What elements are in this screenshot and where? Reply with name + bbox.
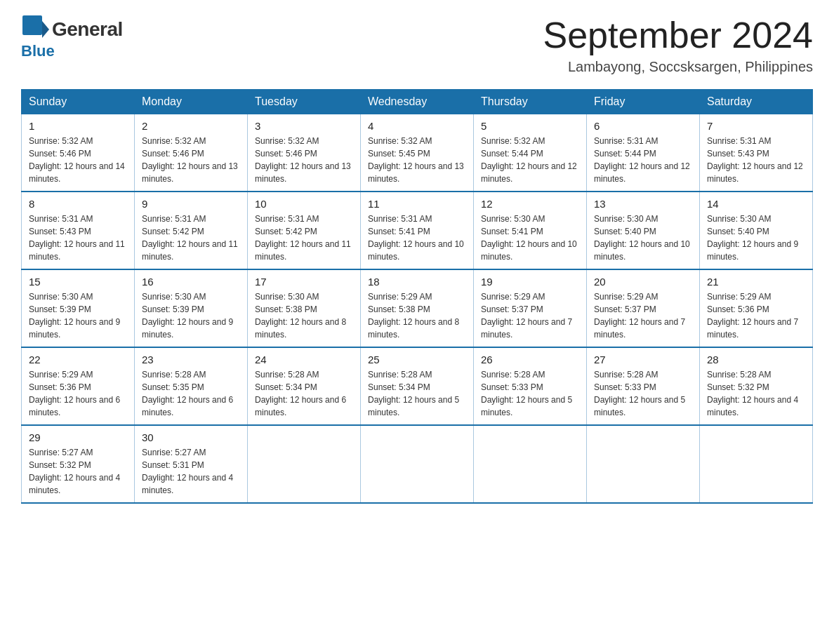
day-info: Sunrise: 5:31 AMSunset: 5:42 PMDaylight:… bbox=[255, 213, 353, 263]
table-row bbox=[361, 425, 474, 503]
logo-general-text: General bbox=[52, 18, 123, 41]
day-info: Sunrise: 5:30 AMSunset: 5:39 PMDaylight:… bbox=[29, 290, 127, 341]
day-number: 13 bbox=[594, 198, 692, 210]
col-sunday: Sunday bbox=[22, 90, 135, 114]
day-number: 23 bbox=[142, 354, 240, 365]
table-row: 10 Sunrise: 5:31 AMSunset: 5:42 PMDaylig… bbox=[248, 192, 361, 269]
day-info: Sunrise: 5:31 AMSunset: 5:43 PMDaylight:… bbox=[29, 213, 127, 263]
table-row: 28 Sunrise: 5:28 AMSunset: 5:32 PMDaylig… bbox=[700, 347, 813, 425]
day-number: 1 bbox=[29, 120, 127, 132]
day-info: Sunrise: 5:32 AMSunset: 5:46 PMDaylight:… bbox=[29, 135, 127, 185]
calendar-week-row: 1 Sunrise: 5:32 AMSunset: 5:46 PMDayligh… bbox=[22, 114, 813, 192]
day-number: 24 bbox=[255, 354, 353, 365]
title-area: September 2024 Lambayong, Soccsksargen, … bbox=[543, 14, 814, 75]
day-number: 9 bbox=[142, 198, 240, 210]
table-row: 29 Sunrise: 5:27 AMSunset: 5:32 PMDaylig… bbox=[22, 425, 135, 503]
calendar-week-row: 8 Sunrise: 5:31 AMSunset: 5:43 PMDayligh… bbox=[22, 192, 813, 269]
day-number: 27 bbox=[594, 354, 692, 365]
table-row: 14 Sunrise: 5:30 AMSunset: 5:40 PMDaylig… bbox=[700, 192, 813, 269]
day-number: 28 bbox=[707, 354, 805, 365]
table-row: 8 Sunrise: 5:31 AMSunset: 5:43 PMDayligh… bbox=[22, 192, 135, 269]
day-info: Sunrise: 5:32 AMSunset: 5:44 PMDaylight:… bbox=[481, 135, 579, 185]
table-row: 20 Sunrise: 5:29 AMSunset: 5:37 PMDaylig… bbox=[587, 269, 700, 347]
svg-marker-1 bbox=[42, 21, 49, 38]
day-info: Sunrise: 5:29 AMSunset: 5:38 PMDaylight:… bbox=[368, 290, 466, 341]
calendar-week-row: 22 Sunrise: 5:29 AMSunset: 5:36 PMDaylig… bbox=[22, 347, 813, 425]
day-info: Sunrise: 5:28 AMSunset: 5:34 PMDaylight:… bbox=[368, 368, 466, 419]
table-row: 19 Sunrise: 5:29 AMSunset: 5:37 PMDaylig… bbox=[474, 269, 587, 347]
day-info: Sunrise: 5:30 AMSunset: 5:40 PMDaylight:… bbox=[594, 213, 692, 263]
table-row: 25 Sunrise: 5:28 AMSunset: 5:34 PMDaylig… bbox=[361, 347, 474, 425]
day-info: Sunrise: 5:28 AMSunset: 5:32 PMDaylight:… bbox=[707, 368, 805, 419]
day-info: Sunrise: 5:28 AMSunset: 5:34 PMDaylight:… bbox=[255, 368, 353, 419]
day-number: 14 bbox=[707, 198, 805, 210]
col-monday: Monday bbox=[135, 90, 248, 114]
day-number: 11 bbox=[368, 198, 466, 210]
col-thursday: Thursday bbox=[474, 90, 587, 114]
logo-icon bbox=[21, 14, 49, 45]
table-row: 9 Sunrise: 5:31 AMSunset: 5:42 PMDayligh… bbox=[135, 192, 248, 269]
day-info: Sunrise: 5:32 AMSunset: 5:46 PMDaylight:… bbox=[142, 135, 240, 185]
day-info: Sunrise: 5:28 AMSunset: 5:33 PMDaylight:… bbox=[594, 368, 692, 419]
day-number: 6 bbox=[594, 120, 692, 132]
day-info: Sunrise: 5:27 AMSunset: 5:32 PMDaylight:… bbox=[29, 446, 127, 497]
table-row: 23 Sunrise: 5:28 AMSunset: 5:35 PMDaylig… bbox=[135, 347, 248, 425]
day-number: 29 bbox=[29, 431, 127, 443]
calendar-table: Sunday Monday Tuesday Wednesday Thursday… bbox=[21, 89, 813, 504]
table-row: 22 Sunrise: 5:29 AMSunset: 5:36 PMDaylig… bbox=[22, 347, 135, 425]
day-number: 20 bbox=[594, 276, 692, 288]
calendar-week-row: 29 Sunrise: 5:27 AMSunset: 5:32 PMDaylig… bbox=[22, 425, 813, 503]
logo: General Blue bbox=[21, 14, 123, 60]
day-info: Sunrise: 5:31 AMSunset: 5:41 PMDaylight:… bbox=[368, 213, 466, 263]
day-info: Sunrise: 5:31 AMSunset: 5:43 PMDaylight:… bbox=[707, 135, 805, 185]
day-info: Sunrise: 5:31 AMSunset: 5:44 PMDaylight:… bbox=[594, 135, 692, 185]
day-number: 8 bbox=[29, 198, 127, 210]
calendar-week-row: 15 Sunrise: 5:30 AMSunset: 5:39 PMDaylig… bbox=[22, 269, 813, 347]
day-info: Sunrise: 5:32 AMSunset: 5:46 PMDaylight:… bbox=[255, 135, 353, 185]
day-number: 2 bbox=[142, 120, 240, 132]
page-header: General Blue September 2024 Lambayong, S… bbox=[21, 14, 813, 75]
table-row: 24 Sunrise: 5:28 AMSunset: 5:34 PMDaylig… bbox=[248, 347, 361, 425]
table-row: 18 Sunrise: 5:29 AMSunset: 5:38 PMDaylig… bbox=[361, 269, 474, 347]
calendar-header-row: Sunday Monday Tuesday Wednesday Thursday… bbox=[22, 90, 813, 114]
table-row bbox=[587, 425, 700, 503]
location-subtitle: Lambayong, Soccsksargen, Philippines bbox=[543, 59, 814, 75]
day-number: 26 bbox=[481, 354, 579, 365]
day-info: Sunrise: 5:30 AMSunset: 5:41 PMDaylight:… bbox=[481, 213, 579, 263]
table-row: 7 Sunrise: 5:31 AMSunset: 5:43 PMDayligh… bbox=[700, 114, 813, 192]
day-info: Sunrise: 5:28 AMSunset: 5:35 PMDaylight:… bbox=[142, 368, 240, 419]
table-row bbox=[248, 425, 361, 503]
day-number: 21 bbox=[707, 276, 805, 288]
svg-rect-0 bbox=[22, 15, 42, 35]
day-info: Sunrise: 5:29 AMSunset: 5:37 PMDaylight:… bbox=[594, 290, 692, 341]
logo-blue-text: Blue bbox=[21, 42, 55, 60]
table-row: 1 Sunrise: 5:32 AMSunset: 5:46 PMDayligh… bbox=[22, 114, 135, 192]
col-tuesday: Tuesday bbox=[248, 90, 361, 114]
table-row: 27 Sunrise: 5:28 AMSunset: 5:33 PMDaylig… bbox=[587, 347, 700, 425]
day-info: Sunrise: 5:31 AMSunset: 5:42 PMDaylight:… bbox=[142, 213, 240, 263]
table-row: 4 Sunrise: 5:32 AMSunset: 5:45 PMDayligh… bbox=[361, 114, 474, 192]
day-number: 16 bbox=[142, 276, 240, 288]
table-row: 17 Sunrise: 5:30 AMSunset: 5:38 PMDaylig… bbox=[248, 269, 361, 347]
col-saturday: Saturday bbox=[700, 90, 813, 114]
table-row: 26 Sunrise: 5:28 AMSunset: 5:33 PMDaylig… bbox=[474, 347, 587, 425]
col-wednesday: Wednesday bbox=[361, 90, 474, 114]
day-number: 22 bbox=[29, 354, 127, 365]
day-info: Sunrise: 5:32 AMSunset: 5:45 PMDaylight:… bbox=[368, 135, 466, 185]
table-row: 16 Sunrise: 5:30 AMSunset: 5:39 PMDaylig… bbox=[135, 269, 248, 347]
table-row: 12 Sunrise: 5:30 AMSunset: 5:41 PMDaylig… bbox=[474, 192, 587, 269]
table-row bbox=[700, 425, 813, 503]
day-number: 30 bbox=[142, 431, 240, 443]
table-row: 2 Sunrise: 5:32 AMSunset: 5:46 PMDayligh… bbox=[135, 114, 248, 192]
table-row: 11 Sunrise: 5:31 AMSunset: 5:41 PMDaylig… bbox=[361, 192, 474, 269]
day-number: 18 bbox=[368, 276, 466, 288]
table-row bbox=[474, 425, 587, 503]
day-info: Sunrise: 5:27 AMSunset: 5:31 PMDaylight:… bbox=[142, 446, 240, 497]
day-info: Sunrise: 5:30 AMSunset: 5:38 PMDaylight:… bbox=[255, 290, 353, 341]
table-row: 6 Sunrise: 5:31 AMSunset: 5:44 PMDayligh… bbox=[587, 114, 700, 192]
day-number: 10 bbox=[255, 198, 353, 210]
table-row: 21 Sunrise: 5:29 AMSunset: 5:36 PMDaylig… bbox=[700, 269, 813, 347]
day-number: 7 bbox=[707, 120, 805, 132]
day-number: 4 bbox=[368, 120, 466, 132]
table-row: 3 Sunrise: 5:32 AMSunset: 5:46 PMDayligh… bbox=[248, 114, 361, 192]
